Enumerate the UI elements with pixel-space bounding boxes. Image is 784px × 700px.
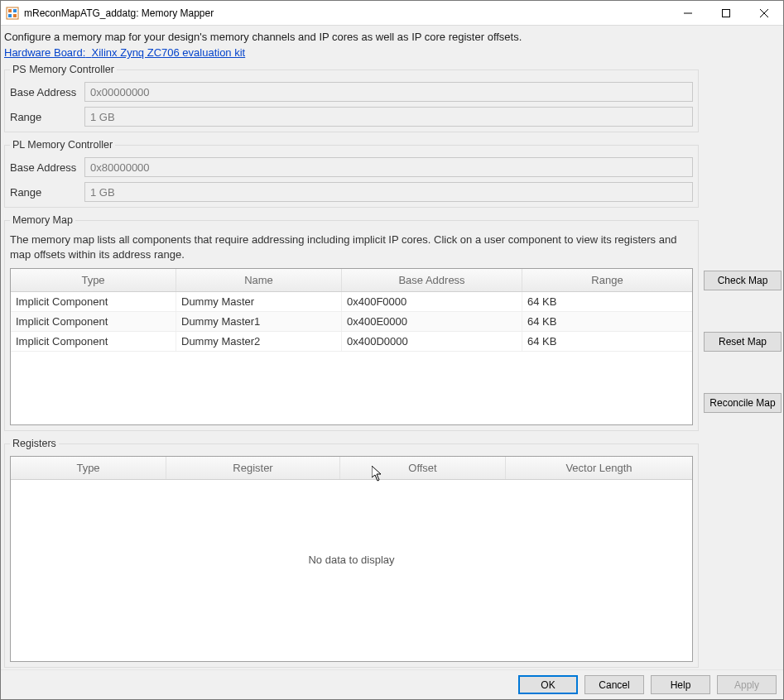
mm-cell-range: 64 KB [522, 312, 692, 331]
reconcile-map-button[interactable]: Reconcile Map [704, 393, 782, 413]
mm-cell-type: Implicit Component [11, 312, 176, 331]
config-description: Configure a memory map for your design's… [1, 26, 783, 46]
mm-cell-type: Implicit Component [11, 292, 176, 311]
reg-header-offset[interactable]: Offset [340, 457, 506, 479]
pl-base-address-field: 0x80000000 [84, 157, 693, 177]
pl-legend: PL Memory Controller [10, 139, 115, 151]
registers-nodata: No data to display [11, 553, 692, 565]
maximize-button[interactable] [707, 1, 745, 26]
mm-cell-base: 0x400E0000 [342, 312, 522, 331]
window-title: mReconMapATG_addatg: Memory Mapper [24, 7, 214, 19]
dialog-button-row: OK Cancel Help Apply [1, 669, 783, 699]
app-icon [6, 7, 19, 20]
ps-memory-controller-group: PS Memory Controller Base Address 0x0000… [4, 64, 699, 132]
svg-line-8 [760, 9, 768, 17]
table-row[interactable]: Implicit ComponentDummy Master20x400D000… [11, 332, 692, 352]
mm-cell-type: Implicit Component [11, 332, 176, 351]
mm-header-type[interactable]: Type [11, 269, 176, 291]
mm-cell-range: 64 KB [522, 332, 692, 351]
mm-cell-range: 64 KB [522, 292, 692, 311]
registers-table: Type Register Offset Vector Length No da… [10, 456, 693, 662]
mm-header-name[interactable]: Name [176, 269, 342, 291]
reset-map-button[interactable]: Reset Map [704, 332, 782, 352]
mm-cell-name: Dummy Master [176, 292, 342, 311]
hardware-board-link[interactable]: Hardware Board: Xilinx Zynq ZC706 evalua… [1, 46, 783, 64]
pl-range-field: 1 GB [84, 182, 693, 202]
svg-rect-2 [13, 9, 17, 12]
registers-header-row: Type Register Offset Vector Length [11, 457, 692, 480]
svg-rect-4 [13, 14, 17, 17]
mm-cell-base: 0x400F0000 [342, 292, 522, 311]
help-button[interactable]: Help [651, 675, 710, 694]
registers-legend: Registers [10, 438, 59, 449]
minimize-button[interactable] [669, 1, 707, 26]
mm-cell-name: Dummy Master1 [176, 312, 342, 331]
close-button[interactable] [745, 1, 783, 26]
reg-header-register[interactable]: Register [166, 457, 340, 479]
memory-map-group: Memory Map The memory map lists all comp… [4, 214, 699, 431]
svg-rect-3 [8, 14, 12, 17]
mm-cell-name: Dummy Master2 [176, 332, 342, 351]
mm-header-range[interactable]: Range [522, 269, 692, 291]
memory-map-legend: Memory Map [10, 214, 75, 226]
registers-group: Registers Type Register Offset Vector Le… [4, 438, 699, 668]
memory-map-description: The memory map lists all components that… [10, 233, 693, 261]
check-map-button[interactable]: Check Map [704, 271, 782, 290]
svg-line-7 [760, 9, 768, 17]
pl-range-label: Range [10, 186, 78, 199]
cancel-button[interactable]: Cancel [584, 675, 644, 694]
ps-range-field: 1 GB [84, 107, 693, 127]
ps-base-address-field: 0x00000000 [84, 82, 693, 102]
pl-memory-controller-group: PL Memory Controller Base Address 0x8000… [4, 139, 699, 208]
mm-header-base[interactable]: Base Address [342, 269, 522, 291]
ps-base-address-label: Base Address [10, 86, 78, 98]
ps-legend: PS Memory Controller [10, 64, 117, 75]
ps-range-label: Range [10, 111, 78, 123]
table-row[interactable]: Implicit ComponentDummy Master10x400E000… [11, 312, 692, 332]
svg-rect-6 [723, 9, 730, 17]
reg-header-type[interactable]: Type [11, 457, 166, 479]
mm-cell-base: 0x400D0000 [342, 332, 522, 351]
memory-map-table: Type Name Base Address Range Implicit Co… [10, 268, 693, 425]
pl-base-address-label: Base Address [10, 161, 78, 174]
title-bar: mReconMapATG_addatg: Memory Mapper [1, 1, 783, 26]
ok-button[interactable]: OK [518, 675, 578, 694]
memory-map-header-row: Type Name Base Address Range [11, 269, 692, 292]
apply-button: Apply [717, 675, 777, 694]
svg-rect-1 [8, 9, 12, 12]
table-row[interactable]: Implicit ComponentDummy Master0x400F0000… [11, 292, 692, 312]
reg-header-vectorlen[interactable]: Vector Length [506, 457, 692, 479]
